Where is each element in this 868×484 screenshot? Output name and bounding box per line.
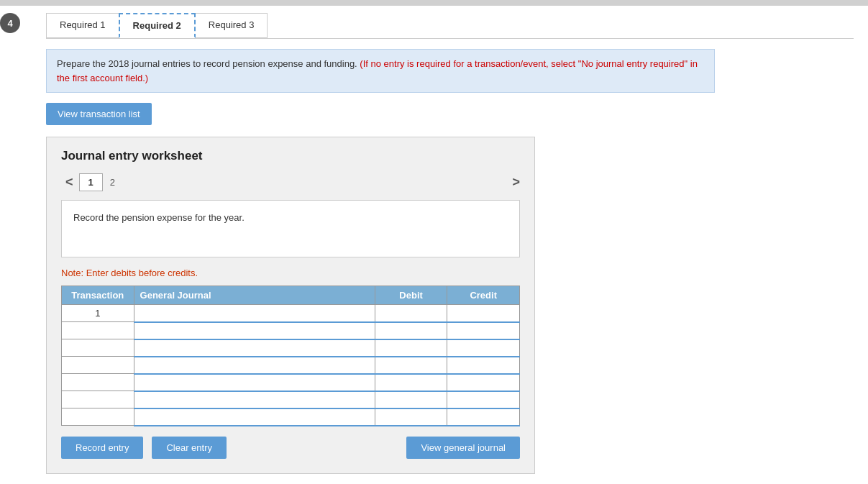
transaction-cell-5 <box>62 374 134 391</box>
transaction-cell-1: 1 <box>62 305 134 322</box>
table-row <box>62 339 520 357</box>
worksheet-title: Journal entry worksheet <box>61 149 520 163</box>
gj-input-3[interactable] <box>134 340 375 356</box>
transaction-cell-3 <box>62 339 134 357</box>
note-text: Note: Enter debits before credits. <box>61 268 520 278</box>
transaction-cell-2 <box>62 322 134 339</box>
transaction-cell-4 <box>62 357 134 374</box>
table-row <box>62 374 520 391</box>
th-debit: Debit <box>375 286 447 305</box>
transaction-cell-7 <box>62 408 134 426</box>
nav-current-page: 1 <box>79 173 103 191</box>
clear-entry-button[interactable]: Clear entry <box>152 437 227 459</box>
table-row <box>62 357 520 374</box>
debit-cell-3[interactable] <box>375 339 447 357</box>
page-wrapper: 4 Required 1 Required 2 Required 3 Prepa… <box>0 0 868 484</box>
credit-cell-2[interactable] <box>447 322 520 339</box>
debit-cell-2[interactable] <box>375 322 447 339</box>
nav-next-button[interactable]: > <box>512 175 520 190</box>
table-row <box>62 408 520 426</box>
debit-input-6[interactable] <box>375 392 447 408</box>
gj-cell-6[interactable] <box>134 391 375 408</box>
gj-input-4[interactable] <box>134 357 375 373</box>
nav-prev-button[interactable]: < <box>61 175 78 190</box>
debit-cell-5[interactable] <box>375 374 447 391</box>
nav-other-page: 2 <box>110 177 115 188</box>
gj-cell-2[interactable] <box>134 322 375 339</box>
debit-cell-1[interactable] <box>375 305 447 322</box>
view-transaction-button[interactable]: View transaction list <box>46 103 152 125</box>
gj-cell-3[interactable] <box>134 339 375 357</box>
th-credit: Credit <box>447 286 520 305</box>
gj-input-6[interactable] <box>134 392 375 408</box>
debit-input-3[interactable] <box>375 340 447 356</box>
credit-input-2[interactable] <box>447 323 519 339</box>
top-bar <box>0 0 868 6</box>
table-row <box>62 391 520 408</box>
gj-input-1[interactable] <box>134 305 375 321</box>
worksheet-container: Journal entry worksheet < 1 2 > Record t… <box>46 137 535 474</box>
credit-cell-5[interactable] <box>447 374 520 391</box>
gj-cell-4[interactable] <box>134 357 375 374</box>
debit-cell-7[interactable] <box>375 408 447 426</box>
debit-input-2[interactable] <box>375 323 447 339</box>
tab-required2[interactable]: Required 2 <box>119 13 196 38</box>
credit-cell-7[interactable] <box>447 408 520 426</box>
gj-cell-1[interactable] <box>134 305 375 322</box>
credit-input-6[interactable] <box>447 392 519 408</box>
description-box: Record the pension expense for the year. <box>61 200 520 257</box>
th-transaction: Transaction <box>62 286 134 305</box>
credit-cell-4[interactable] <box>447 357 520 374</box>
tab-required1[interactable]: Required 1 <box>46 13 119 38</box>
gj-input-2[interactable] <box>134 323 375 339</box>
tabs-row: Required 1 Required 2 Required 3 <box>46 13 854 39</box>
gj-input-5[interactable] <box>134 375 375 391</box>
debit-cell-4[interactable] <box>375 357 447 374</box>
journal-table: Transaction General Journal Debit Credit <box>61 286 520 426</box>
record-entry-button[interactable]: Record entry <box>61 437 143 459</box>
info-box: Prepare the 2018 journal entries to reco… <box>46 49 715 93</box>
nav-row: < 1 2 > <box>61 173 520 191</box>
view-general-journal-button[interactable]: View general journal <box>406 437 520 459</box>
gj-cell-7[interactable] <box>134 408 375 426</box>
main-content: 4 Required 1 Required 2 Required 3 Prepa… <box>0 6 868 484</box>
table-row <box>62 322 520 339</box>
table-row: 1 <box>62 305 520 322</box>
debit-input-1[interactable] <box>375 305 447 321</box>
debit-input-4[interactable] <box>375 357 447 373</box>
credit-cell-6[interactable] <box>447 391 520 408</box>
credit-cell-1[interactable] <box>447 305 520 322</box>
debit-cell-6[interactable] <box>375 391 447 408</box>
credit-input-5[interactable] <box>447 375 519 391</box>
credit-cell-3[interactable] <box>447 339 520 357</box>
credit-input-3[interactable] <box>447 340 519 356</box>
credit-input-4[interactable] <box>447 357 519 373</box>
transaction-cell-6 <box>62 391 134 408</box>
debit-input-7[interactable] <box>375 409 447 425</box>
credit-input-7[interactable] <box>447 409 519 425</box>
debit-input-5[interactable] <box>375 375 447 391</box>
credit-input-1[interactable] <box>447 305 519 321</box>
gj-input-7[interactable] <box>134 409 375 425</box>
buttons-row: Record entry Clear entry View general jo… <box>61 437 520 459</box>
th-general-journal: General Journal <box>134 286 375 305</box>
step-circle: 4 <box>0 13 20 33</box>
gj-cell-5[interactable] <box>134 374 375 391</box>
tab-required3[interactable]: Required 3 <box>195 13 268 38</box>
